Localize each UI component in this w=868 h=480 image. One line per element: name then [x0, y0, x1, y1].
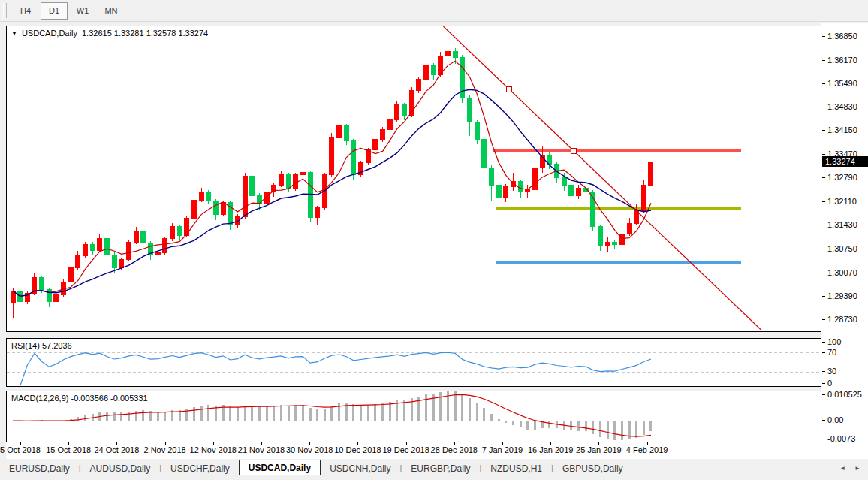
candle-body — [300, 173, 305, 175]
candle-body — [605, 242, 610, 246]
price-tick-label: 1.35490 — [827, 79, 857, 88]
time-tick — [550, 442, 551, 445]
candle-body — [417, 80, 421, 91]
macd-histogram-bar — [592, 421, 594, 434]
candle-body — [598, 227, 602, 246]
tab-usdcnh-daily[interactable]: USDCNH,Daily — [321, 461, 399, 475]
candle-body — [177, 227, 182, 235]
macd-histogram-bar — [585, 421, 587, 431]
timeframe-button-d1[interactable]: D1 — [41, 2, 68, 20]
time-tick — [502, 442, 503, 445]
macd-histogram-bar — [381, 403, 384, 421]
tab-gbpusd-daily[interactable]: GBPUSD,Daily — [553, 461, 632, 475]
macd-pane[interactable]: MACD(12,26,9) -0.003566 -0.005331 — [6, 391, 821, 442]
time-tick-label: 25 Jan 2019 — [576, 445, 622, 454]
price-tick-label: 1.36170 — [827, 56, 857, 65]
timeframe-button-h4[interactable]: H4 — [12, 2, 39, 20]
rsi-scale-label: 0 — [827, 379, 832, 388]
status-strip — [0, 475, 868, 480]
tab-nzdusd-h1[interactable]: NZDUSD,H1 — [481, 461, 551, 475]
time-tick-label: 24 Oct 2018 — [94, 445, 139, 454]
rsi-scale-label: 30 — [827, 367, 836, 376]
symbol-tab-bar: EURUSD,Daily|AUDUSD,Daily|USDCHF,DailyUS… — [0, 460, 868, 475]
time-tick — [406, 442, 407, 445]
candle-body — [83, 244, 88, 256]
candle-body — [576, 189, 580, 195]
macd-histogram-bar — [476, 403, 478, 421]
price-tick-label: 1.29390 — [827, 291, 857, 300]
timeframe-button-w1[interactable]: W1 — [69, 2, 96, 20]
candle-body — [98, 239, 102, 250]
macd-scale-label: -0.0073 — [827, 434, 855, 443]
mt4-terminal: { "icons": { "symbol_dropdown": "▼", "ta… — [0, 0, 868, 480]
candle-body — [387, 120, 392, 129]
macd-histogram-bar — [193, 407, 195, 421]
time-tick — [68, 442, 69, 445]
macd-histogram-bar — [635, 421, 637, 438]
rsi-pane[interactable]: RSI(14) 57.2036 — [6, 338, 821, 387]
candle-body — [641, 185, 646, 210]
tabs-prev-icon[interactable]: ◄ — [839, 465, 845, 472]
time-tick-label: 12 Nov 2018 — [190, 445, 237, 454]
macd-histogram-bar — [621, 421, 623, 440]
macd-histogram-bar — [207, 405, 209, 421]
time-tick — [20, 442, 21, 445]
macd-histogram-bar — [330, 406, 333, 421]
macd-histogram-bar — [258, 406, 261, 421]
candle-body — [532, 168, 537, 190]
tab-audusd-daily[interactable]: AUDUSD,Daily — [81, 461, 160, 475]
candle-body — [76, 256, 80, 268]
time-tick-label: 16 Jan 2019 — [528, 445, 574, 454]
price-tick-label: 1.28730 — [827, 315, 857, 324]
toolbar-grip[interactable] — [3, 3, 7, 18]
candle-body — [453, 52, 457, 58]
macd-histogram-bar — [128, 412, 130, 421]
time-tick-label: 28 Dec 2018 — [431, 445, 478, 454]
tab-scroll-arrows: ◄► — [839, 465, 860, 472]
time-tick-label: 5 Oct 2018 — [0, 445, 41, 454]
macd-histogram-bar — [483, 408, 485, 421]
macd-histogram-bar — [84, 415, 86, 421]
symbol-dropdown-icon[interactable]: ▼ — [11, 30, 17, 37]
macd-histogram-bar — [628, 421, 631, 439]
macd-histogram-bar — [200, 406, 203, 421]
tabs-next-icon[interactable]: ► — [854, 465, 860, 472]
macd-scale-label: 0.00 — [827, 415, 843, 424]
macd-histogram-bar — [613, 421, 616, 440]
price-tick-label: 1.30070 — [827, 268, 857, 277]
macd-histogram-bar — [309, 408, 312, 421]
time-tick — [165, 442, 166, 445]
candle-body — [279, 174, 283, 185]
tab-usdcad-daily[interactable]: USDCAD,Daily — [239, 460, 321, 475]
candle-body — [68, 268, 73, 282]
price-tick-label: 1.30750 — [827, 244, 857, 253]
candle-body — [475, 122, 479, 140]
candle-body — [344, 125, 348, 140]
candle-body — [119, 260, 124, 268]
macd-histogram-bar — [157, 412, 159, 421]
trendline-handle[interactable] — [571, 148, 577, 153]
candle-body — [286, 174, 291, 189]
macd-histogram-bar — [520, 421, 522, 427]
candle-body — [163, 239, 167, 253]
tab-eurusd-daily[interactable]: EURUSD,Daily — [0, 461, 79, 475]
candle-body — [105, 239, 110, 255]
candle-body — [155, 252, 160, 255]
price-tick-label: 1.32790 — [827, 173, 857, 182]
macd-histogram-bar — [324, 409, 326, 421]
candle-body — [619, 234, 624, 244]
macd-histogram-bar — [417, 397, 420, 421]
timeframe-button-mn[interactable]: MN — [98, 2, 125, 20]
macd-histogram-bar — [106, 412, 108, 421]
macd-histogram-bar — [425, 394, 427, 421]
main-chart-pane[interactable]: ▼USDCAD,Daily 1.32615 1.33281 1.32578 1.… — [6, 26, 821, 332]
tab-usdchf-daily[interactable]: USDCHF,Daily — [161, 461, 239, 475]
price-axis: 1.368501.361701.354901.348301.341501.334… — [821, 23, 868, 459]
macd-histogram-bar — [237, 407, 239, 421]
tab-eurgbp-daily[interactable]: EURGBP,Daily — [402, 461, 479, 475]
candle-body — [308, 173, 312, 218]
macd-histogram-bar — [649, 421, 652, 431]
candle-body — [40, 278, 44, 290]
candle-body — [54, 295, 59, 301]
trendline-handle[interactable] — [507, 86, 512, 92]
